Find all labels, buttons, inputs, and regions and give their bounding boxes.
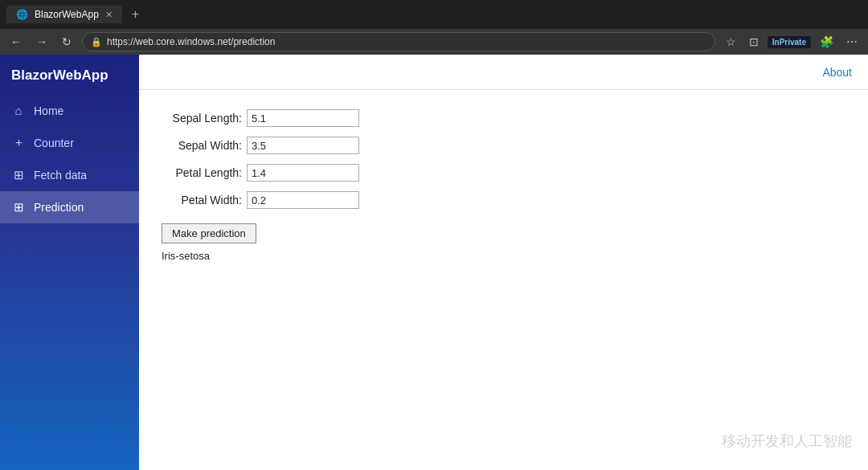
- tab-title: BlazorWebApp: [35, 9, 99, 20]
- sepal-length-input[interactable]: [247, 109, 359, 127]
- petal-length-input[interactable]: [247, 164, 359, 182]
- menu-icon[interactable]: ⋯: [842, 34, 862, 50]
- sidebar-item-home[interactable]: ⌂ Home: [0, 95, 139, 126]
- browser-tab-bar: 🌐 BlazorWebApp ✕ +: [0, 0, 868, 29]
- prediction-icon: ⊞: [11, 200, 26, 215]
- sepal-width-label: Sepal Width:: [162, 139, 242, 152]
- sidebar-item-home-label: Home: [34, 104, 63, 117]
- back-button[interactable]: ←: [6, 34, 26, 50]
- sidebar-nav: ⌂ Home ＋ Counter ⊞ Fetch data ⊞ Predicti…: [0, 95, 139, 223]
- sidebar-item-fetchdata[interactable]: ⊞ Fetch data: [0, 159, 139, 191]
- star-icon[interactable]: ☆: [722, 34, 740, 50]
- lock-icon: 🔒: [91, 37, 102, 47]
- inprivate-badge: InPrivate: [768, 36, 811, 48]
- sidebar-item-counter[interactable]: ＋ Counter: [0, 126, 139, 159]
- sidebar: BlazorWebApp ⌂ Home ＋ Counter ⊞ Fetch da…: [0, 55, 139, 470]
- refresh-button[interactable]: ↻: [58, 34, 76, 50]
- new-tab-button[interactable]: +: [127, 6, 144, 23]
- sidebar-item-prediction-label: Prediction: [34, 201, 84, 214]
- petal-width-row: Petal Width:: [162, 191, 845, 209]
- tab-close-icon[interactable]: ✕: [105, 10, 113, 20]
- main-content: About Sepal Length: Sepal Width: Petal L…: [139, 55, 868, 470]
- about-link[interactable]: About: [822, 66, 852, 79]
- fetchdata-icon: ⊞: [11, 168, 26, 182]
- make-prediction-button[interactable]: Make prediction: [162, 223, 256, 243]
- page-body: Sepal Length: Sepal Width: Petal Length:…: [139, 90, 868, 470]
- sepal-length-row: Sepal Length:: [162, 109, 845, 127]
- sidebar-app-title: BlazorWebApp: [0, 55, 139, 95]
- sepal-width-input[interactable]: [247, 137, 359, 154]
- counter-icon: ＋: [11, 135, 26, 150]
- url-text: https://web.core.windows.net/prediction: [107, 36, 275, 47]
- petal-width-input[interactable]: [247, 191, 359, 209]
- address-bar[interactable]: 🔒 https://web.core.windows.net/predictio…: [82, 32, 715, 51]
- prediction-result: Iris-setosa: [162, 250, 845, 262]
- petal-length-label: Petal Length:: [162, 166, 242, 179]
- forward-button[interactable]: →: [32, 34, 51, 50]
- sidebar-item-counter-label: Counter: [34, 137, 74, 149]
- app-container: BlazorWebApp ⌂ Home ＋ Counter ⊞ Fetch da…: [0, 55, 868, 470]
- tab-favicon: 🌐: [16, 9, 28, 20]
- home-icon: ⌂: [11, 104, 26, 117]
- browser-actions: ☆ ⊡ InPrivate 🧩 ⋯: [722, 34, 862, 50]
- extensions-icon[interactable]: 🧩: [816, 34, 837, 50]
- petal-width-label: Petal Width:: [162, 194, 242, 206]
- sidebar-item-prediction[interactable]: ⊞ Prediction: [0, 191, 139, 223]
- topbar: About: [139, 55, 868, 90]
- sepal-length-label: Sepal Length:: [162, 112, 242, 125]
- collections-icon[interactable]: ⊡: [745, 34, 763, 50]
- sidebar-item-fetchdata-label: Fetch data: [34, 169, 87, 182]
- petal-length-row: Petal Length:: [162, 164, 845, 182]
- browser-controls: ← → ↻ 🔒 https://web.core.windows.net/pre…: [0, 29, 868, 55]
- sepal-width-row: Sepal Width:: [162, 137, 845, 154]
- browser-tab[interactable]: 🌐 BlazorWebApp ✕: [6, 6, 122, 23]
